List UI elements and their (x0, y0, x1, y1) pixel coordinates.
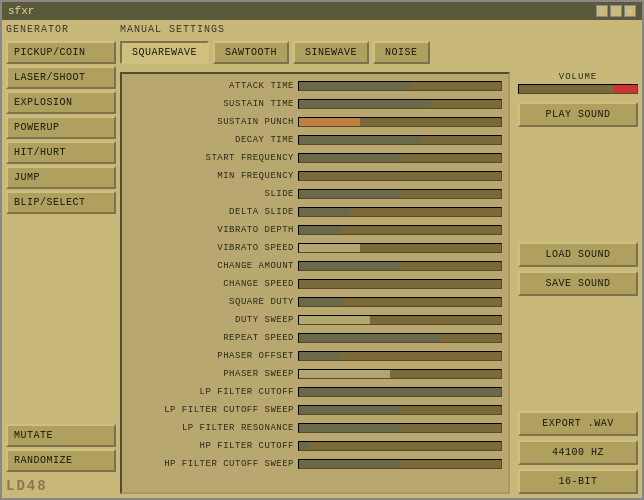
slider-label-17: LP FILTER CUTOFF (128, 387, 298, 397)
slider-row-12: SQUARE DUTY (128, 294, 502, 310)
slider-track-18[interactable] (298, 405, 502, 415)
slider-label-6: SLIDE (128, 189, 298, 199)
bit-depth-button[interactable]: 16-BIT (518, 469, 638, 494)
slider-fill-1 (299, 100, 430, 108)
randomize-button[interactable]: RANDOMIZE (6, 449, 116, 472)
slider-label-2: SUSTAIN PUNCH (128, 117, 298, 127)
minimize-button[interactable]: - (596, 5, 608, 17)
slider-track-15[interactable] (298, 351, 502, 361)
slider-label-11: CHANGE SPEED (128, 279, 298, 289)
slider-row-2: SUSTAIN PUNCH (128, 114, 502, 130)
slider-track-12[interactable] (298, 297, 502, 307)
right-controls: VOLUME PLAY SOUND LOAD SOUND SAVE SOUND … (518, 72, 638, 494)
slider-row-10: CHANGE AMOUNT (128, 258, 502, 274)
slider-label-21: HP FILTER CUTOFF SWEEP (128, 459, 298, 469)
slider-track-4[interactable] (298, 153, 502, 163)
slider-row-3: DECAY TIME (128, 132, 502, 148)
export-wav-button[interactable]: EXPORT .WAV (518, 411, 638, 436)
slider-fill-4 (299, 154, 400, 162)
slider-track-3[interactable] (298, 135, 502, 145)
slider-track-2[interactable] (298, 117, 502, 127)
slider-track-21[interactable] (298, 459, 502, 469)
slider-track-16[interactable] (298, 369, 502, 379)
left-panel: GENERATOR PICKUP/COINLASER/SHOOTEXPLOSIO… (6, 24, 116, 494)
right-section: MANUAL SETTINGS SQUAREWAVESAWTOOTHSINEWA… (120, 24, 638, 494)
slider-fill-16 (299, 370, 390, 378)
slider-fill-12 (299, 298, 343, 306)
main-content: GENERATOR PICKUP/COINLASER/SHOOTEXPLOSIO… (2, 20, 642, 498)
slider-label-1: SUSTAIN TIME (128, 99, 298, 109)
slider-track-5[interactable] (298, 171, 502, 181)
gen-button-laser-shoot[interactable]: LASER/SHOOT (6, 66, 116, 89)
slider-track-10[interactable] (298, 261, 502, 271)
slider-track-6[interactable] (298, 189, 502, 199)
slider-fill-14 (299, 334, 440, 342)
slider-row-1: SUSTAIN TIME (128, 96, 502, 112)
slider-track-7[interactable] (298, 207, 502, 217)
slider-row-5: MIN FREQUENCY (128, 168, 502, 184)
slider-label-5: MIN FREQUENCY (128, 171, 298, 181)
waveform-buttons: SQUAREWAVESAWTOOTHSINEWAVENOISE (120, 41, 638, 64)
ld48-label: LD48 (6, 478, 116, 494)
slider-track-8[interactable] (298, 225, 502, 235)
slider-row-9: VIBRATO SPEED (128, 240, 502, 256)
slider-row-7: DELTA SLIDE (128, 204, 502, 220)
slider-track-1[interactable] (298, 99, 502, 109)
wave-button-noise[interactable]: NOISE (373, 41, 430, 64)
slider-row-18: LP FILTER CUTOFF SWEEP (128, 402, 502, 418)
slider-track-14[interactable] (298, 333, 502, 343)
gen-button-explosion[interactable]: EXPLOSION (6, 91, 116, 114)
maximize-button[interactable]: □ (610, 5, 622, 17)
slider-label-19: LP FILTER RESONANCE (128, 423, 298, 433)
gen-button-hit-hurt[interactable]: HIT/HURT (6, 141, 116, 164)
slider-row-11: CHANGE SPEED (128, 276, 502, 292)
bottom-buttons: MUTATE RANDOMIZE LD48 (6, 424, 116, 494)
gen-button-pickup-coin[interactable]: PICKUP/COIN (6, 41, 116, 64)
slider-fill-15 (299, 352, 339, 360)
slider-row-21: HP FILTER CUTOFF SWEEP (128, 456, 502, 472)
slider-track-0[interactable] (298, 81, 502, 91)
close-button[interactable]: × (624, 5, 636, 17)
slider-label-7: DELTA SLIDE (128, 207, 298, 217)
wave-button-squarewave[interactable]: SQUAREWAVE (120, 41, 209, 64)
slider-label-12: SQUARE DUTY (128, 297, 298, 307)
slider-fill-21 (299, 460, 400, 468)
slider-label-14: REPEAT SPEED (128, 333, 298, 343)
gen-button-blip-select[interactable]: BLIP/SELECT (6, 191, 116, 214)
slider-track-19[interactable] (298, 423, 502, 433)
spacer2 (518, 300, 638, 407)
slider-track-11[interactable] (298, 279, 502, 289)
slider-fill-9 (299, 244, 360, 252)
load-sound-button[interactable]: LOAD SOUND (518, 242, 638, 267)
slider-track-17[interactable] (298, 387, 502, 397)
volume-fill (613, 85, 637, 93)
slider-track-20[interactable] (298, 441, 502, 451)
slider-row-4: START FREQUENCY (128, 150, 502, 166)
slider-fill-7 (299, 208, 350, 216)
slider-label-3: DECAY TIME (128, 135, 298, 145)
wave-button-sawtooth[interactable]: SAWTOOTH (213, 41, 289, 64)
slider-label-13: DUTY SWEEP (128, 315, 298, 325)
slider-row-19: LP FILTER RESONANCE (128, 420, 502, 436)
slider-label-4: START FREQUENCY (128, 153, 298, 163)
slider-label-15: PHASER OFFSET (128, 351, 298, 361)
mutate-button[interactable]: MUTATE (6, 424, 116, 447)
save-sound-button[interactable]: SAVE SOUND (518, 271, 638, 296)
slider-fill-20 (299, 442, 309, 450)
slider-fill-10 (299, 262, 400, 270)
play-sound-button[interactable]: PLAY SOUND (518, 102, 638, 127)
gen-button-jump[interactable]: JUMP (6, 166, 116, 189)
sliders-panel: ATTACK TIMESUSTAIN TIMESUSTAIN PUNCHDECA… (120, 72, 510, 494)
slider-fill-18 (299, 406, 400, 414)
slider-label-16: PHASER SWEEP (128, 369, 298, 379)
titlebar: sfxr - □ × (2, 2, 642, 20)
slider-row-14: REPEAT SPEED (128, 330, 502, 346)
slider-track-13[interactable] (298, 315, 502, 325)
volume-track[interactable] (518, 84, 638, 94)
slider-row-17: LP FILTER CUTOFF (128, 384, 502, 400)
slider-label-8: VIBRATO DEPTH (128, 225, 298, 235)
gen-button-powerup[interactable]: POWERUP (6, 116, 116, 139)
sample-rate-button[interactable]: 44100 HZ (518, 440, 638, 465)
slider-track-9[interactable] (298, 243, 502, 253)
wave-button-sinewave[interactable]: SINEWAVE (293, 41, 369, 64)
